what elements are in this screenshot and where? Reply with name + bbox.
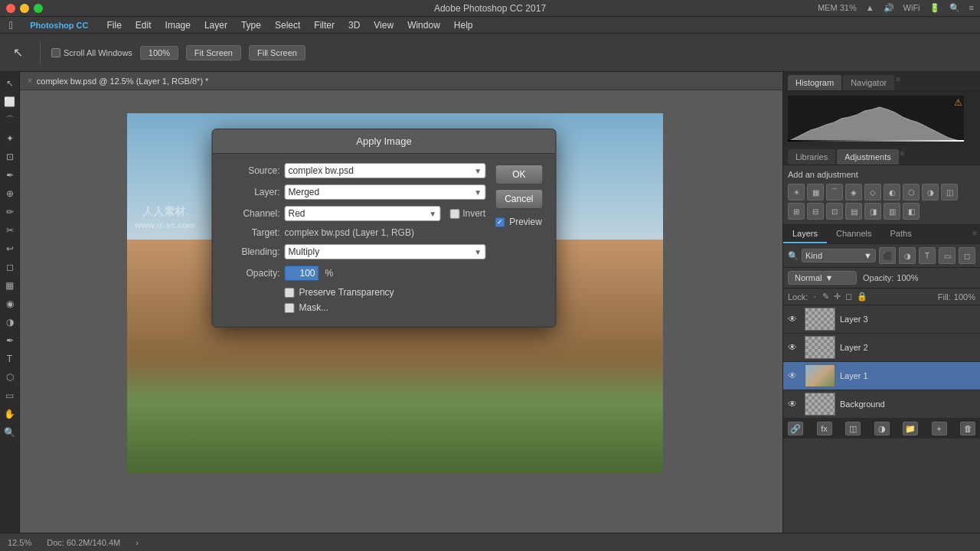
menu-layer[interactable]: Layer bbox=[198, 18, 234, 32]
lasso-tool[interactable]: ⌒ bbox=[2, 112, 18, 129]
bw-icon[interactable]: ◑ bbox=[922, 184, 939, 201]
mask-checkbox[interactable] bbox=[285, 303, 295, 313]
gradient-map-icon[interactable]: ▥ bbox=[884, 203, 900, 220]
menu-edit[interactable]: Edit bbox=[129, 18, 158, 32]
add-group-button[interactable]: 📁 bbox=[903, 422, 918, 435]
menu-view[interactable]: View bbox=[368, 18, 400, 32]
crop-tool[interactable]: ⊡ bbox=[2, 148, 18, 165]
tab-histogram[interactable]: Histogram bbox=[788, 75, 841, 90]
eraser-tool[interactable]: ◻ bbox=[2, 259, 18, 276]
menu-window[interactable]: Window bbox=[401, 18, 446, 32]
history-brush-tool[interactable]: ↩ bbox=[2, 240, 18, 257]
canvas-tab-close[interactable]: × bbox=[28, 77, 32, 85]
tab-channels[interactable]: Channels bbox=[827, 225, 880, 243]
kind-smartobj-icon[interactable]: ◻ bbox=[959, 247, 975, 264]
channel-select[interactable]: Red ▼ bbox=[285, 206, 441, 221]
tab-layers[interactable]: Layers bbox=[783, 225, 827, 243]
cancel-button[interactable]: Cancel bbox=[495, 189, 543, 209]
visibility-icon-bg[interactable]: 👁 bbox=[788, 399, 800, 409]
menu-filter[interactable]: Filter bbox=[308, 18, 341, 32]
kind-text-icon[interactable]: T bbox=[919, 247, 936, 264]
lock-artboard-icon[interactable]: ◻ bbox=[845, 292, 852, 302]
layer-item-active[interactable]: 👁 Layer 1 bbox=[783, 362, 980, 390]
blend-mode-dropdown[interactable]: Normal ▼ bbox=[788, 271, 857, 285]
selective-color-icon[interactable]: ◧ bbox=[903, 203, 920, 220]
ok-button[interactable]: OK bbox=[495, 165, 543, 184]
visibility-icon-layer3[interactable]: 👁 bbox=[788, 314, 800, 324]
layer-item-background[interactable]: 👁 Background bbox=[783, 390, 980, 419]
heal-tool[interactable]: ⊕ bbox=[2, 185, 18, 202]
tab-adjustments[interactable]: Adjustments bbox=[837, 149, 899, 165]
kind-pixel-icon[interactable]: ⬛ bbox=[879, 247, 896, 264]
opacity-input[interactable]: 100 bbox=[285, 266, 319, 281]
channel-mixer-icon[interactable]: ⊞ bbox=[788, 203, 805, 220]
add-adjustment-button[interactable]: ◑ bbox=[874, 422, 890, 435]
hand-tool[interactable]: ✋ bbox=[2, 406, 18, 422]
fill-screen-button[interactable]: Fill Screen bbox=[249, 45, 305, 60]
menu-3d[interactable]: 3D bbox=[342, 18, 366, 32]
invert-icon[interactable]: ⊡ bbox=[826, 203, 843, 220]
add-layer-button[interactable]: + bbox=[932, 422, 947, 435]
scroll-all-checkbox[interactable] bbox=[51, 48, 60, 57]
posterize-icon[interactable]: ▤ bbox=[845, 203, 862, 220]
fit-screen-button[interactable]: Fit Screen bbox=[186, 45, 241, 60]
kind-shape-icon[interactable]: ▭ bbox=[939, 247, 956, 264]
move-tool[interactable]: ↖ bbox=[2, 75, 18, 92]
lock-transparent-icon[interactable]: ⬞ bbox=[812, 292, 818, 302]
preserve-transparency-checkbox[interactable] bbox=[285, 288, 295, 298]
menu-type[interactable]: Type bbox=[235, 18, 267, 32]
pen-tool[interactable]: ✒ bbox=[2, 332, 18, 349]
lock-all-icon[interactable]: 🔒 bbox=[857, 292, 867, 302]
photo-filter-icon[interactable]: ◫ bbox=[941, 184, 958, 201]
clone-tool[interactable]: ✂ bbox=[2, 222, 18, 239]
lock-paint-icon[interactable]: ✎ bbox=[822, 292, 829, 302]
menu-select[interactable]: Select bbox=[269, 18, 306, 32]
exposure-icon[interactable]: ◈ bbox=[845, 184, 862, 201]
menu-help[interactable]: Help bbox=[448, 18, 479, 32]
color-lookup-icon[interactable]: ⊟ bbox=[807, 203, 824, 220]
color-balance-icon[interactable]: ⬡ bbox=[903, 184, 920, 201]
maximize-button[interactable] bbox=[34, 4, 43, 13]
tab-navigator[interactable]: Navigator bbox=[843, 75, 894, 90]
move-tool-icon[interactable]: ↖ bbox=[6, 41, 29, 64]
layer-select[interactable]: Merged ▼ bbox=[285, 184, 486, 200]
marquee-tool[interactable]: ⬜ bbox=[2, 93, 18, 110]
source-select[interactable]: complex bw.psd ▼ bbox=[285, 163, 486, 178]
link-layers-button[interactable]: 🔗 bbox=[788, 422, 803, 435]
vibrance-icon[interactable]: ◇ bbox=[864, 184, 881, 201]
zoom-tool[interactable]: 🔍 bbox=[2, 424, 18, 441]
minimize-button[interactable] bbox=[20, 4, 29, 13]
preview-checkbox[interactable]: ✓ bbox=[495, 217, 505, 227]
menu-file[interactable]: File bbox=[101, 18, 128, 32]
visibility-icon-layer2[interactable]: 👁 bbox=[788, 342, 800, 353]
layer-item[interactable]: 👁 Layer 2 bbox=[783, 334, 980, 362]
visibility-icon-layer1[interactable]: 👁 bbox=[788, 370, 800, 381]
tab-libraries[interactable]: Libraries bbox=[788, 149, 835, 165]
threshold-icon[interactable]: ◨ bbox=[864, 203, 881, 220]
text-tool[interactable]: T bbox=[2, 350, 18, 367]
gradient-tool[interactable]: ▦ bbox=[2, 277, 18, 294]
eyedropper-tool[interactable]: ✒ bbox=[2, 167, 18, 184]
brightness-contrast-icon[interactable]: ☀ bbox=[788, 184, 805, 201]
scroll-right-icon[interactable]: › bbox=[136, 538, 139, 547]
zoom-input[interactable]: 100% bbox=[140, 46, 178, 60]
blur-tool[interactable]: ◉ bbox=[2, 295, 18, 312]
hsl-icon[interactable]: ◐ bbox=[884, 184, 900, 201]
canvas-tab[interactable]: × complex bw.psd @ 12.5% (Layer 1, RGB/8… bbox=[20, 72, 782, 90]
ps-menu-photoshop[interactable]: Photoshop CC bbox=[24, 19, 94, 31]
lock-position-icon[interactable]: ✛ bbox=[834, 292, 841, 302]
blending-select[interactable]: Multiply ▼ bbox=[285, 244, 486, 259]
path-tool[interactable]: ⬡ bbox=[2, 369, 18, 386]
add-style-button[interactable]: fx bbox=[817, 422, 832, 435]
dodge-tool[interactable]: ◑ bbox=[2, 314, 18, 331]
brush-tool[interactable]: ✏ bbox=[2, 204, 18, 220]
curves-icon[interactable]: ⌒ bbox=[826, 184, 843, 201]
tab-paths[interactable]: Paths bbox=[881, 225, 921, 243]
levels-icon[interactable]: ▦ bbox=[807, 184, 824, 201]
apple-menu[interactable]:  bbox=[3, 18, 19, 33]
close-button[interactable] bbox=[6, 4, 15, 13]
magic-wand-tool[interactable]: ✦ bbox=[2, 130, 18, 147]
add-mask-button[interactable]: ◫ bbox=[845, 422, 861, 435]
invert-checkbox[interactable] bbox=[449, 209, 459, 219]
kind-dropdown[interactable]: Kind ▼ bbox=[802, 249, 876, 262]
